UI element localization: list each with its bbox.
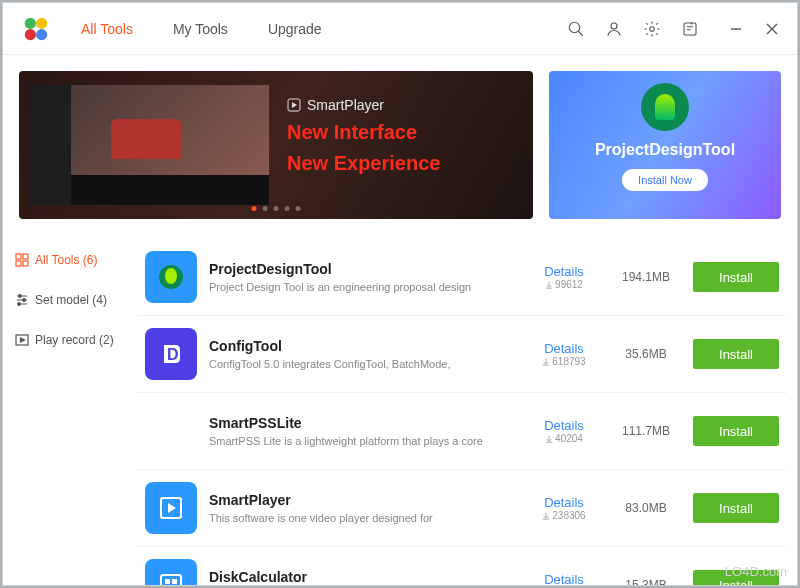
header-tabs: All Tools My Tools Upgrade: [81, 21, 322, 37]
app-description: ConfigTool 5.0 integrates ConfigTool, Ba…: [209, 358, 517, 370]
banner-carousel-dots[interactable]: [252, 206, 301, 211]
svg-point-1: [36, 17, 47, 28]
svg-point-2: [25, 29, 36, 40]
download-icon: [545, 281, 553, 289]
app-icon: [145, 559, 197, 585]
dot-3[interactable]: [274, 206, 279, 211]
user-icon[interactable]: [605, 20, 623, 38]
settings-icon[interactable]: [643, 20, 661, 38]
download-count: 238306: [529, 510, 599, 521]
download-count: 618793: [529, 356, 599, 367]
sidebar-item-label: Set model (4): [35, 293, 107, 307]
sliders-icon: [15, 293, 29, 307]
svg-rect-9: [16, 254, 21, 259]
app-details-col: Details 121794: [529, 572, 599, 585]
app-icon: D: [145, 328, 197, 380]
app-icon: [145, 251, 197, 303]
window-controls: [729, 22, 779, 36]
app-info: ProjectDesignTool Project Design Tool is…: [209, 261, 517, 293]
download-icon: [542, 358, 550, 366]
banner-video-thumbnail: [29, 85, 269, 205]
dot-1[interactable]: [252, 206, 257, 211]
sidebar-item-all-tools[interactable]: All Tools (6): [9, 249, 127, 271]
tab-my-tools[interactable]: My Tools: [173, 21, 228, 37]
svg-point-18: [165, 268, 177, 284]
tab-all-tools[interactable]: All Tools: [81, 21, 133, 37]
svg-rect-7: [684, 23, 696, 35]
sidebar: All Tools (6) Set model (4) Play record …: [3, 235, 133, 585]
promo-banner-projectdesign[interactable]: ProjectDesignTool Install Now: [549, 71, 781, 219]
svg-text:D: D: [167, 346, 179, 363]
app-info: DiskCalculator This tool can calculate H…: [209, 569, 517, 585]
install-button[interactable]: Install: [693, 339, 779, 369]
app-size: 15.3MB: [611, 578, 681, 585]
app-window: All Tools My Tools Upgrade SmartPla: [2, 2, 798, 586]
grid-icon: [15, 253, 29, 267]
banner2-install-button[interactable]: Install Now: [622, 169, 708, 191]
details-link[interactable]: Details: [529, 572, 599, 585]
tab-upgrade[interactable]: Upgrade: [268, 21, 322, 37]
svg-rect-10: [23, 254, 28, 259]
install-button[interactable]: Install: [693, 493, 779, 523]
app-logo: [21, 14, 51, 44]
svg-rect-21: [161, 575, 181, 585]
app-list[interactable]: ProjectDesignTool Project Design Tool is…: [133, 235, 797, 585]
install-button[interactable]: Install: [693, 416, 779, 446]
sidebar-item-label: All Tools (6): [35, 253, 97, 267]
app-size: 194.1MB: [611, 270, 681, 284]
sidebar-item-set-model[interactable]: Set model (4): [9, 289, 127, 311]
app-icon: [145, 482, 197, 534]
banner-brand: SmartPlayer: [287, 97, 440, 113]
promo-banner-smartplayer[interactable]: SmartPlayer New Interface New Experience: [19, 71, 533, 219]
download-icon: [542, 512, 550, 520]
app-name: ProjectDesignTool: [209, 261, 517, 277]
dot-4[interactable]: [285, 206, 290, 211]
sidebar-item-play-record[interactable]: Play record (2): [9, 329, 127, 351]
app-name: DiskCalculator: [209, 569, 517, 585]
app-row: ProjectDesignTool Project Design Tool is…: [137, 239, 787, 316]
app-name: ConfigTool: [209, 338, 517, 354]
app-details-col: Details 40204: [529, 418, 599, 444]
app-details-col: Details 618793: [529, 341, 599, 367]
banner-row: SmartPlayer New Interface New Experience…: [3, 55, 797, 235]
app-info: SmartPSSLite SmartPSS Lite is a lightwei…: [209, 415, 517, 447]
svg-point-6: [650, 26, 655, 31]
main-area: All Tools (6) Set model (4) Play record …: [3, 235, 797, 585]
app-description: This software is one video player design…: [209, 512, 517, 524]
app-name: SmartPlayer: [209, 492, 517, 508]
app-info: SmartPlayer This software is one video p…: [209, 492, 517, 524]
app-info: ConfigTool ConfigTool 5.0 integrates Con…: [209, 338, 517, 370]
app-icon: [145, 405, 197, 457]
close-button[interactable]: [765, 22, 779, 36]
svg-point-4: [569, 22, 580, 33]
dot-5[interactable]: [296, 206, 301, 211]
app-name: SmartPSSLite: [209, 415, 517, 431]
app-size: 35.6MB: [611, 347, 681, 361]
app-row: SmartPSSLite SmartPSS Lite is a lightwei…: [137, 393, 787, 470]
dot-2[interactable]: [263, 206, 268, 211]
app-row: DiskCalculator This tool can calculate H…: [137, 547, 787, 585]
svg-point-14: [23, 299, 26, 302]
svg-point-0: [25, 17, 36, 28]
play-record-icon: [15, 333, 29, 347]
watermark: LO4D.com: [725, 564, 787, 579]
svg-rect-12: [23, 261, 28, 266]
minimize-button[interactable]: [729, 22, 743, 36]
install-button[interactable]: Install: [693, 262, 779, 292]
details-link[interactable]: Details: [529, 495, 599, 510]
svg-point-3: [36, 29, 47, 40]
svg-rect-11: [16, 261, 21, 266]
details-link[interactable]: Details: [529, 418, 599, 433]
app-description: Project Design Tool is an engineering pr…: [209, 281, 517, 293]
app-size: 83.0MB: [611, 501, 681, 515]
svg-point-15: [18, 303, 21, 306]
header-icons: [567, 20, 699, 38]
details-link[interactable]: Details: [529, 341, 599, 356]
details-link[interactable]: Details: [529, 264, 599, 279]
banner-line2: New Experience: [287, 152, 440, 175]
projectdesign-icon: [641, 83, 689, 131]
feedback-icon[interactable]: [681, 20, 699, 38]
titlebar: All Tools My Tools Upgrade: [3, 3, 797, 55]
search-icon[interactable]: [567, 20, 585, 38]
download-count: 40204: [529, 433, 599, 444]
